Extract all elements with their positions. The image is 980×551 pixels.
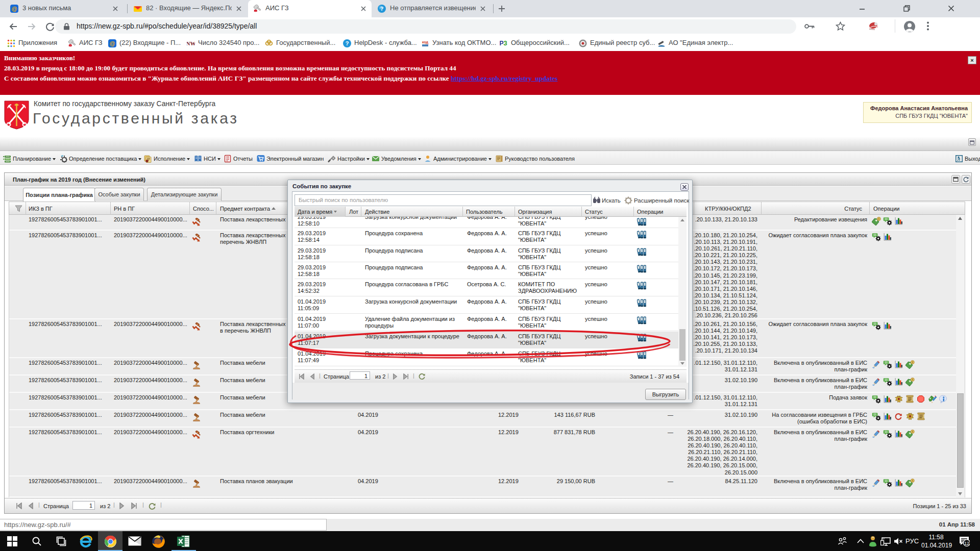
svg-text:12: 12 bbox=[964, 541, 969, 546]
svg-text:?: ? bbox=[346, 40, 349, 46]
svg-text:@: @ bbox=[110, 40, 115, 46]
svg-text:@: @ bbox=[12, 6, 17, 12]
svg-text:код: код bbox=[422, 40, 429, 44]
svg-text:?: ? bbox=[380, 6, 384, 12]
svg-text:З: З bbox=[503, 40, 507, 47]
svg-text:NW: NW bbox=[187, 40, 195, 46]
